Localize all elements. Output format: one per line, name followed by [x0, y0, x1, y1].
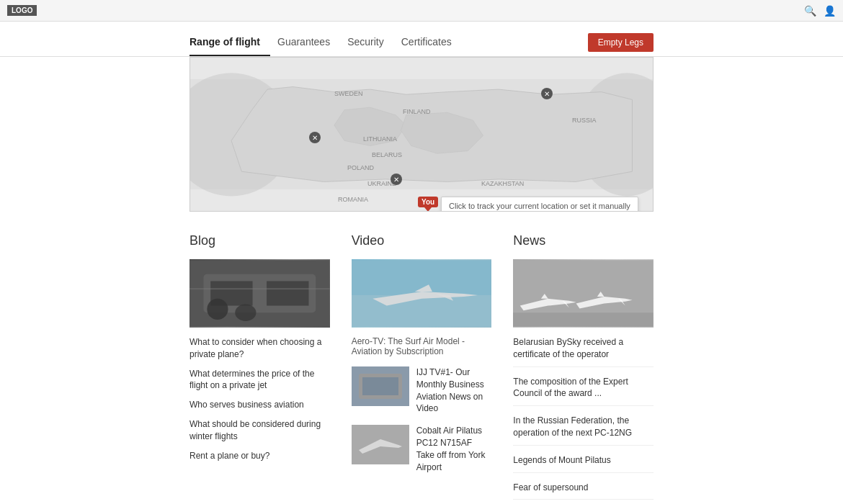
map-label-finland: FINLAND — [403, 108, 431, 115]
tab-guarantees[interactable]: Guarantees — [277, 29, 340, 56]
svg-rect-17 — [513, 312, 654, 326]
news-image-svg — [513, 259, 654, 328]
news-link-0[interactable]: Belarusian BySky received a certificate … — [513, 336, 654, 367]
video-thumb-img-1 — [352, 425, 409, 464]
nav-tabs: Range of flight Guarantees Security Cert… — [0, 29, 843, 57]
video-item-text-1[interactable]: Cobalt Air Pilatus PC12 N715AF Take off … — [416, 425, 492, 473]
video-item-text-0[interactable]: IJJ TV#1- Our Monthly Business Aviation … — [416, 366, 492, 415]
map-tooltip: Click to track your current location or … — [441, 197, 638, 212]
blog-link-0[interactable]: What to consider when choosing a private… — [189, 336, 330, 361]
svg-rect-6 — [267, 281, 308, 305]
blog-column: Blog What to consider when choosing a pr… — [189, 233, 330, 504]
video-column: Video Aero-TV: The Surf Air Model - Avia… — [352, 233, 492, 504]
header-logo: LOGO — [7, 5, 37, 16]
svg-rect-11 — [352, 295, 492, 327]
video-item-1: Cobalt Air Pilatus PC12 N715AF Take off … — [352, 425, 492, 473]
marker-close-3[interactable]: ✕ — [391, 174, 402, 185]
map-label-romania: ROMANIA — [338, 196, 368, 203]
map-label-sweden: SWEDEN — [334, 90, 363, 97]
tab-security[interactable]: Security — [347, 29, 394, 56]
columns: Blog What to consider when choosing a pr… — [189, 233, 654, 504]
main-content: Blog What to consider when choosing a pr… — [0, 212, 843, 504]
you-marker[interactable]: You — [418, 197, 438, 207]
tab-certificates[interactable]: Certificates — [401, 29, 462, 56]
map-label-russia: RUSSIA — [572, 117, 597, 124]
tab-range-of-flight[interactable]: Range of flight — [189, 29, 270, 56]
svg-point-7 — [207, 299, 228, 320]
blog-link-3[interactable]: What should be considered during winter … — [189, 418, 330, 443]
news-title: News — [513, 233, 654, 248]
map-svg — [190, 58, 653, 211]
map-label-belarus: BELARUS — [372, 151, 402, 158]
blog-main-image — [189, 259, 330, 328]
map-label-poland: POLAND — [347, 164, 374, 171]
empty-legs-button[interactable]: Empty Legs — [588, 33, 654, 52]
search-icon[interactable]: 🔍 — [804, 5, 816, 17]
map-marker-2[interactable]: ✕ — [309, 132, 321, 143]
news-link-1[interactable]: The composition of the Expert Council of… — [513, 376, 654, 407]
svg-rect-14 — [362, 377, 398, 395]
map-marker-3[interactable]: ✕ — [391, 174, 402, 185]
map-label-kazakhstan: KAZAKHSTAN — [481, 180, 524, 187]
news-column: News Belarusian BySky received a certifi… — [513, 233, 654, 504]
video-image-svg — [352, 259, 492, 328]
blog-link-4[interactable]: Rent a plane or buy? — [189, 450, 330, 462]
map-label-lithuania: LITHUANIA — [363, 135, 397, 143]
news-main-image — [513, 259, 654, 328]
header: LOGO 🔍 👤 — [0, 0, 843, 22]
blog-image-svg — [189, 259, 330, 328]
video-main-image[interactable] — [352, 259, 492, 328]
blog-link-2[interactable]: Who serves business aviation — [189, 399, 330, 411]
user-icon[interactable]: 👤 — [824, 5, 836, 17]
video-title: Video — [352, 233, 492, 248]
map-container[interactable]: SWEDEN FINLAND RUSSIA LITHUANIA BELARUS … — [189, 57, 654, 212]
tooltip-text: Click to track your current location or … — [449, 202, 630, 210]
svg-rect-9 — [189, 288, 330, 289]
video-main-caption: Aero-TV: The Surf Air Model - Aviation b… — [352, 336, 492, 356]
news-link-2[interactable]: In the Russian Federation, the operation… — [513, 415, 654, 446]
marker-close-1[interactable]: ✕ — [541, 88, 553, 99]
news-link-3[interactable]: Legends of Mount Pilatus — [513, 454, 654, 473]
header-right: 🔍 👤 — [804, 5, 836, 17]
you-pin-label: You — [418, 197, 438, 207]
map-marker-1[interactable]: ✕ — [541, 88, 553, 99]
blog-title: Blog — [189, 233, 330, 248]
marker-close-2[interactable]: ✕ — [309, 132, 321, 143]
video-item-0: IJJ TV#1- Our Monthly Business Aviation … — [352, 366, 492, 415]
video-thumb-img-0 — [352, 366, 409, 406]
video-thumb-0[interactable] — [352, 366, 409, 406]
svg-point-8 — [235, 305, 256, 321]
news-link-4[interactable]: Fear of supersound — [513, 482, 654, 500]
blog-link-1[interactable]: What determines the price of the flight … — [189, 368, 330, 392]
video-thumb-1[interactable] — [352, 425, 409, 464]
